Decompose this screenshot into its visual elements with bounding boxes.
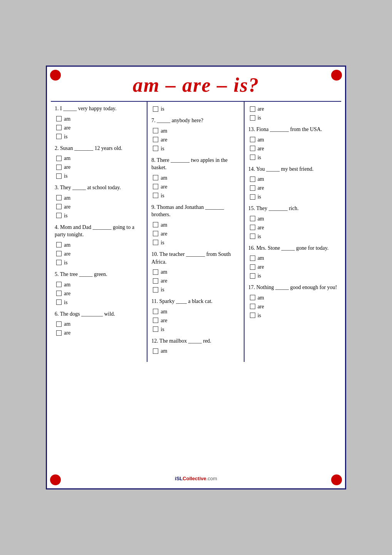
checkbox-8-is[interactable]	[153, 193, 158, 198]
question-14: 14. You _____ my best friend.	[248, 165, 337, 173]
option-9-is: is	[153, 239, 240, 247]
checkbox-5-am[interactable]	[56, 282, 62, 287]
option-8-is: is	[153, 192, 240, 200]
checkbox-6-are[interactable]	[56, 330, 62, 336]
checkbox-14-are[interactable]	[250, 185, 255, 191]
option-10-are: are	[153, 277, 240, 285]
question-13: 13. Fiona _______ from the USA.	[248, 126, 337, 133]
checkbox-1-am[interactable]	[56, 116, 62, 121]
checkbox-11-are[interactable]	[153, 318, 158, 323]
option-12-am: am	[153, 347, 240, 355]
content-grid: 1. I _____ very happy today. am are is 2…	[51, 101, 341, 362]
checkbox-17-is[interactable]	[250, 313, 255, 318]
options-7: am are is	[153, 127, 240, 153]
checkbox-15-am[interactable]	[250, 216, 255, 221]
checkbox-8-am[interactable]	[153, 175, 158, 180]
checkbox-13-is[interactable]	[250, 155, 255, 160]
options-9: am are is	[153, 221, 240, 247]
checkbox-7-is[interactable]	[153, 146, 158, 151]
checkbox-7-am[interactable]	[153, 128, 158, 133]
option-7-are: are	[153, 136, 240, 144]
checkbox-1-are[interactable]	[56, 125, 62, 130]
checkbox-8-are[interactable]	[153, 184, 158, 189]
options-5: am are is	[56, 281, 143, 306]
column-1: 1. I _____ very happy today. am are is 2…	[51, 102, 147, 362]
options-3: am are is	[56, 194, 143, 220]
checkbox-14-is[interactable]	[250, 194, 255, 200]
checkbox-16-am[interactable]	[250, 256, 255, 261]
question-12: 12. The mailbox _____ red.	[151, 337, 240, 345]
option-1-are: are	[56, 124, 143, 132]
option-14-are: are	[250, 184, 337, 192]
corner-decoration-br	[331, 474, 342, 485]
checkbox-9-is[interactable]	[153, 240, 158, 245]
options-12: am	[153, 347, 240, 355]
option-1-is: is	[56, 133, 143, 141]
checkbox-3-is[interactable]	[56, 213, 62, 218]
checkbox-14-am[interactable]	[250, 177, 255, 182]
options-10: am are is	[153, 268, 240, 294]
option-3-am: am	[56, 194, 143, 202]
checkbox-5-is[interactable]	[56, 299, 62, 305]
option-3-are: are	[56, 203, 143, 211]
options-pre-col3: are is	[250, 105, 337, 122]
checkbox-2-are[interactable]	[56, 165, 62, 170]
checkbox-13-am[interactable]	[250, 137, 255, 142]
corner-decoration-tl	[50, 70, 61, 81]
checkbox-7-are[interactable]	[153, 137, 158, 142]
checkbox-4-am[interactable]	[56, 242, 62, 247]
checkbox-5-are[interactable]	[56, 291, 62, 296]
option-16-am: am	[250, 254, 337, 262]
worksheet-page: am – are – is? 1. I _____ very happy tod…	[46, 66, 346, 489]
checkbox-11-am[interactable]	[153, 309, 158, 314]
checkbox-10-am[interactable]	[153, 269, 158, 275]
option-8-am: am	[153, 174, 240, 182]
question-4: 4. Mom and Dad _______ going to a party …	[55, 224, 143, 239]
checkbox-2-is[interactable]	[56, 173, 62, 179]
checkbox-pre3-is[interactable]	[250, 115, 255, 121]
option-6-am: am	[56, 320, 143, 328]
checkbox-4-is[interactable]	[56, 260, 62, 265]
question-10: 10. The teacher _______ from South Afric…	[151, 251, 240, 266]
options-11: am are is	[153, 308, 240, 333]
checkbox-6-am[interactable]	[56, 321, 62, 327]
checkbox-4-are[interactable]	[56, 251, 62, 256]
column-3: are is 13. Fiona _______ from the USA. a…	[245, 102, 341, 362]
watermark-domain: .com	[206, 476, 217, 481]
checkbox-15-is[interactable]	[250, 234, 255, 239]
checkbox-pre-is[interactable]	[153, 106, 158, 112]
checkbox-9-are[interactable]	[153, 231, 158, 236]
option-9-are: are	[153, 230, 240, 238]
checkbox-17-am[interactable]	[250, 295, 255, 300]
option-17-are: are	[250, 303, 337, 311]
checkbox-9-am[interactable]	[153, 222, 158, 227]
question-5: 5. The tree _____ green.	[55, 271, 143, 278]
option-4-are: are	[56, 250, 143, 258]
checkbox-16-is[interactable]	[250, 273, 255, 279]
corner-decoration-tr	[331, 70, 342, 81]
checkbox-12-am[interactable]	[153, 348, 158, 354]
options-15: am are is	[250, 215, 337, 240]
option-5-are: are	[56, 289, 143, 298]
options-1: am are is	[56, 115, 143, 141]
checkbox-10-is[interactable]	[153, 287, 158, 293]
checkbox-2-am[interactable]	[56, 156, 62, 161]
option-6-are: are	[56, 329, 143, 337]
option-14-is: is	[250, 193, 337, 201]
checkbox-10-are[interactable]	[153, 278, 158, 284]
checkbox-13-are[interactable]	[250, 146, 255, 151]
checkbox-3-am[interactable]	[56, 195, 62, 200]
option-pre3-are: are	[250, 105, 337, 113]
option-15-am: am	[250, 215, 337, 223]
checkbox-17-are[interactable]	[250, 304, 255, 309]
checkbox-11-is[interactable]	[153, 326, 158, 332]
checkbox-3-are[interactable]	[56, 204, 62, 209]
checkbox-pre3-are[interactable]	[250, 106, 255, 112]
column-2: is 7. _____ anybody here? am are is 8. T…	[147, 102, 244, 362]
option-7-is: is	[153, 145, 240, 153]
checkbox-15-are[interactable]	[250, 225, 255, 230]
option-15-are: are	[250, 224, 337, 232]
checkbox-16-are[interactable]	[250, 264, 255, 270]
question-3: 3. They _____ at school today.	[55, 184, 143, 192]
checkbox-1-is[interactable]	[56, 134, 62, 139]
